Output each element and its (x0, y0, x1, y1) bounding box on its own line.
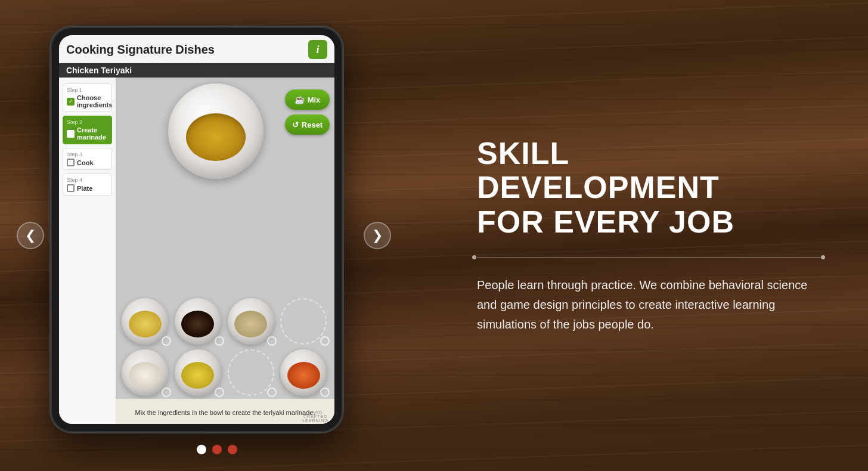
touch-indicator-2 (215, 336, 224, 346)
step-3-checkbox-row: Cook (67, 159, 108, 166)
ingredient-bowl-4[interactable] (280, 298, 327, 345)
ingredient-8-wrapper (280, 349, 328, 396)
ingredient-3-wrapper (228, 298, 276, 345)
step-4-checkbox (67, 184, 75, 192)
right-chevron-icon: ❯ (372, 228, 383, 243)
ingredient-5-wrapper (122, 349, 170, 396)
step-1-label: Step 1 (67, 87, 108, 93)
ingredient-bowl-3[interactable] (228, 298, 274, 345)
reset-button[interactable]: ↺ Reset (285, 114, 330, 135)
info-button[interactable]: i (308, 40, 327, 59)
ingredient-content-2 (181, 311, 214, 337)
touch-indicator-1 (162, 336, 171, 346)
mix-icon: ☕ (294, 95, 305, 104)
step-1-checkbox-row: ✓ Choose ingredients (67, 94, 108, 109)
step-2-label: Step 2 (67, 119, 108, 125)
touch-indicator-5 (162, 388, 171, 397)
reset-label: Reset (302, 120, 323, 129)
prev-arrow[interactable]: ❮ (17, 222, 44, 249)
ingredient-bowl-5[interactable] (122, 349, 168, 396)
ingredient-1-wrapper (122, 298, 170, 345)
main-heading: SKILL DEVELOPMENT FOR EVERY JOB (477, 137, 820, 239)
pagination-dot-3[interactable] (228, 445, 237, 454)
ingredient-6-wrapper (175, 349, 223, 396)
instruction-text: Mix the ingredients in the bowl to creat… (135, 409, 315, 416)
app-header: Cooking Signature Dishes i (59, 35, 334, 63)
step-4-label: Step 4 (67, 177, 108, 183)
step-3[interactable]: Step 3 Cook (63, 148, 112, 170)
left-panel: Cooking Signature Dishes i Chicken Teriy… (0, 0, 393, 471)
steps-sidebar: Step 1 ✓ Choose ingredients Step 2 Creat… (59, 78, 116, 424)
heading-line-2: FOR EVERY JOB (477, 204, 734, 239)
step-2-name: Create marinade (77, 126, 108, 141)
app-content: Step 1 ✓ Choose ingredients Step 2 Creat… (59, 78, 334, 424)
step-4[interactable]: Step 4 Plate (63, 173, 112, 196)
ingredient-7-wrapper (228, 349, 276, 396)
ingredient-4-wrapper (280, 298, 328, 345)
ingredient-content-3 (234, 311, 267, 337)
step-1-checkbox: ✓ (67, 98, 75, 106)
ingredient-content-1 (129, 311, 162, 337)
ingredient-content-5 (129, 362, 162, 389)
ingredients-grid (122, 298, 328, 396)
instruction-area: Mix the ingredients in the bowl to creat… (116, 399, 334, 424)
app-title: Cooking Signature Dishes (66, 43, 215, 57)
reset-icon: ↺ (292, 120, 299, 129)
dish-name: Chicken Teriyaki (59, 63, 334, 78)
ingredient-bowl-2[interactable] (175, 298, 221, 345)
ingredient-content-6 (181, 362, 214, 389)
ingredient-bowl-8[interactable] (280, 349, 327, 396)
action-buttons: ☕ Mix ↺ Reset (285, 89, 330, 135)
step-4-name: Plate (77, 185, 92, 192)
mix-label: Mix (308, 95, 321, 104)
pagination-dot-1[interactable] (197, 445, 206, 454)
bowl-contents (186, 113, 246, 161)
touch-indicator-6 (215, 388, 224, 397)
handcrafted-logo: HANDCRAFTEDLEARNING (302, 410, 328, 423)
bowl-area: ☕ Mix ↺ Reset (116, 78, 334, 424)
step-3-checkbox (67, 159, 75, 166)
tablet-device: Cooking Signature Dishes i Chicken Teriy… (51, 27, 343, 432)
right-panel: SKILL DEVELOPMENT FOR EVERY JOB People l… (405, 0, 868, 471)
ingredient-bowl-7[interactable] (228, 349, 274, 396)
mix-button[interactable]: ☕ Mix (285, 89, 330, 110)
ingredient-bowl-6[interactable] (175, 349, 221, 396)
step-1[interactable]: Step 1 ✓ Choose ingredients (63, 83, 112, 112)
touch-indicator-3 (267, 336, 277, 346)
touch-indicator-4 (320, 336, 330, 346)
left-chevron-icon: ❮ (25, 228, 36, 243)
description-text: People learn through practice. We combin… (477, 275, 820, 334)
touch-indicator-7 (267, 388, 277, 397)
step-2-checkbox-row: Create marinade (67, 126, 108, 141)
step-2-checkbox (67, 130, 75, 138)
step-4-checkbox-row: Plate (67, 184, 108, 192)
step-3-label: Step 3 (67, 151, 108, 157)
step-1-name: Choose ingredients (77, 94, 112, 109)
touch-indicator-8 (320, 388, 330, 397)
ingredient-bowl-1[interactable] (122, 298, 168, 345)
ingredient-2-wrapper (175, 298, 223, 345)
heading-line-1: SKILL DEVELOPMENT (477, 136, 720, 204)
step-3-name: Cook (77, 159, 94, 166)
ingredient-content-8 (287, 362, 320, 389)
tablet-screen: Cooking Signature Dishes i Chicken Teriy… (59, 35, 334, 424)
next-arrow[interactable]: ❯ (364, 222, 391, 249)
divider-line (477, 257, 820, 258)
step-2[interactable]: Step 2 Create marinade (63, 116, 112, 144)
pagination-dot-2[interactable] (212, 445, 222, 454)
main-mixing-bowl[interactable] (168, 83, 264, 179)
pagination-dots (197, 445, 237, 454)
